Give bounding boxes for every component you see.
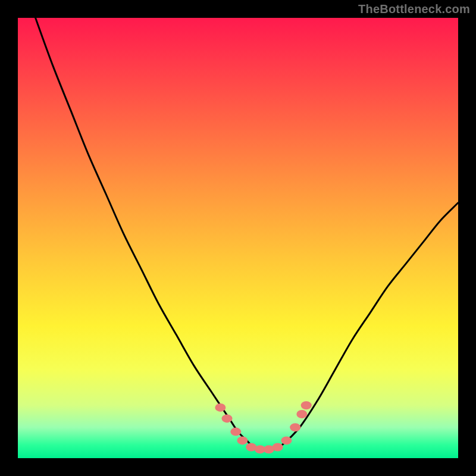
plot-area: [18, 18, 458, 458]
watermark-text: TheBottleneck.com: [358, 2, 470, 16]
curve-marker: [290, 423, 300, 431]
curve-marker: [273, 443, 283, 452]
curve-marker: [237, 436, 248, 444]
marker-group: [215, 401, 311, 453]
bottleneck-curve: [36, 18, 458, 450]
curve-marker: [281, 436, 292, 444]
curve-marker: [215, 403, 226, 412]
chart-svg: [18, 18, 458, 458]
chart-frame: TheBottleneck.com: [0, 0, 476, 476]
curve-marker: [222, 414, 233, 422]
curve-marker: [230, 428, 241, 436]
curve-marker: [301, 401, 312, 409]
curve-marker: [296, 410, 307, 418]
